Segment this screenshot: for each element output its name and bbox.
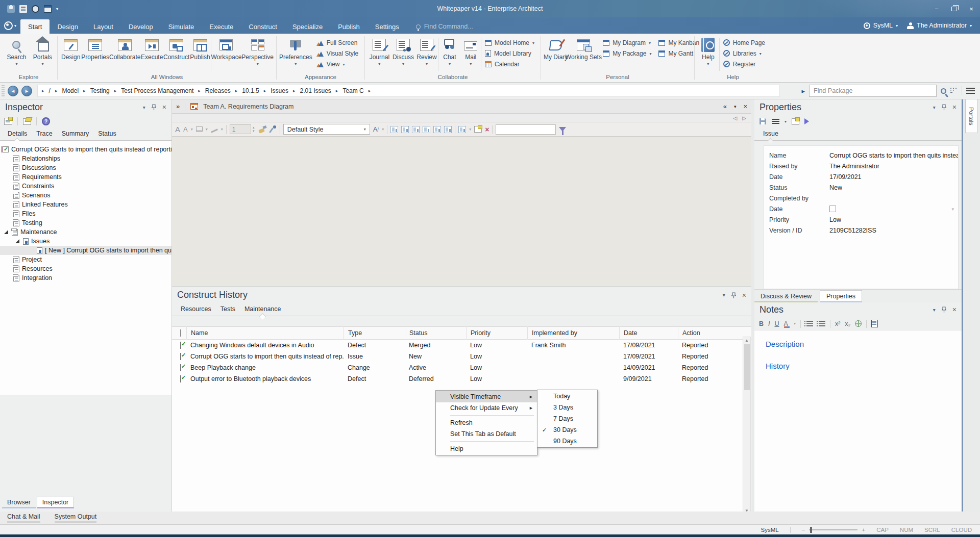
tab-chat-and-mail[interactable]: Chat & Mail [7,512,40,523]
subscript-button[interactable]: x₂ [845,320,850,327]
column-type[interactable]: Type [344,326,405,340]
ribbon-tab-layout[interactable]: Layout [86,19,121,34]
my-package-button[interactable]: My Package▾ [599,48,655,59]
breadcrumb-item-releases[interactable]: Releases [205,87,231,94]
tab-details[interactable]: Details [3,128,32,140]
text-color-caret-icon[interactable]: ▾ [794,321,796,326]
breadcrumb-item-issues[interactable]: Issues [271,87,288,94]
menu-item-visible-timeframe[interactable]: Visible Timeframe ► [436,391,537,402]
inspector-dropdown-icon[interactable]: ▾ [143,105,145,110]
bring-forward-icon[interactable] [433,126,441,133]
submenu-item-7-days[interactable]: 7 Days [537,413,597,424]
help-circle-icon[interactable]: ? [42,117,50,125]
submenu-item-3-days[interactable]: 3 Days [537,402,597,413]
tab-system-output[interactable]: System Output [55,512,97,523]
find-package-input[interactable] [809,85,937,97]
send-backward-icon[interactable] [444,126,452,133]
line-width-spinner[interactable]: 1 [230,124,251,134]
close-button[interactable]: × [963,2,980,15]
format-painter-icon[interactable] [258,126,266,133]
tree-item-root[interactable]: Corrupt OGG starts to import then quits … [0,145,172,154]
collaborate-window-button[interactable]: Collaborate [109,35,140,73]
line-color-caret-icon[interactable]: ▾ [221,127,223,132]
ribbon-tab-specialize[interactable]: Specialize [285,19,330,34]
date-checkbox[interactable] [829,206,836,212]
qat-caret-icon[interactable]: ▾ [56,7,58,11]
column-name[interactable]: Name [186,326,344,340]
preferences-button[interactable]: Preferences ▾ [279,35,312,73]
zoom-handle[interactable] [810,527,812,533]
portals-vertical-tab[interactable]: Portals [965,99,977,133]
column-implemented-by[interactable]: Implemented by [527,326,619,340]
properties-menu-caret-icon[interactable]: ▾ [785,119,787,124]
align-right-icon[interactable] [401,126,409,133]
tree-item-files[interactable]: Files [0,209,172,218]
diagram-canvas[interactable] [172,137,751,287]
hierarchy-caret-icon[interactable]: ▾ [469,127,471,132]
hamburger-menu-icon[interactable] [966,88,975,94]
property-row-raised-by[interactable]: Raised byThe Administrator [764,161,958,171]
fill-color-caret-icon[interactable]: ▾ [206,127,208,132]
submenu-item-today[interactable]: Today [537,391,597,402]
property-row-date[interactable]: Date17/09/2021 [764,171,958,182]
expand-triangle-icon[interactable] [4,230,8,234]
diagram-filter-input[interactable] [496,124,556,135]
construct-history-pin-icon[interactable] [731,292,736,298]
notes-pin-icon[interactable] [942,306,946,313]
expand-triangle-icon[interactable] [15,239,19,243]
status-perspective[interactable]: SysML [761,527,779,533]
properties-dropdown-icon[interactable]: ▾ [933,105,936,110]
tab-status[interactable]: Status [93,128,120,140]
note-document-icon[interactable] [871,320,878,327]
date-caret-icon[interactable]: ▾ [951,207,954,212]
hyperlink-globe-icon[interactable] [855,320,862,327]
chat-button[interactable]: Chat ▾ [438,35,460,73]
menu-item-check-for-update[interactable]: Check for Update Every ► [436,402,537,414]
nav-back-button[interactable]: ◂ [8,86,18,96]
tree-item-integration[interactable]: Integration [0,273,172,283]
column-date[interactable]: Date [619,326,678,340]
table-row[interactable]: Changing Windows default devices in Audi… [172,340,751,351]
property-row-completed-by[interactable]: Completed by [764,193,958,203]
ribbon-tab-construct[interactable]: Construct [241,19,285,34]
tree-item-new-issue[interactable]: [ New ] Corrupt OGG starts to import the… [0,246,172,255]
package-grid-icon[interactable] [950,88,958,94]
align-top-icon[interactable] [412,126,420,133]
full-screen-button[interactable]: Full Screen [312,37,362,48]
scrollbar-thumb[interactable] [744,344,750,390]
notes-dropdown-icon[interactable]: ▾ [933,307,936,313]
apply-style-button[interactable]: A/ [373,125,379,133]
align-left-icon[interactable] [390,126,398,133]
tree-item-scenarios[interactable]: Scenarios [0,191,172,200]
home-page-button[interactable]: Home Page [720,37,769,48]
app-menu-button[interactable]: ▾ [0,17,20,34]
column-action[interactable]: Action [678,326,734,340]
tag-icon[interactable] [23,118,31,125]
view-button[interactable]: View▾ [312,59,362,69]
mail-button[interactable]: Mail ▾ [461,35,481,73]
diagram-tab-title[interactable]: Team A. Requirements Diagram [203,103,293,110]
fill-color-button[interactable] [196,125,203,133]
properties-pin-icon[interactable] [942,104,946,110]
hierarchy-icon[interactable] [458,126,466,133]
tab-issue[interactable]: Issue [758,128,783,140]
go-button[interactable]: ▸ [801,87,805,95]
notes-content[interactable]: Description History [754,330,962,512]
review-button[interactable]: Review ▾ [415,35,438,73]
construct-history-close-icon[interactable]: × [742,292,746,299]
table-row[interactable]: Output error to Bluetooth playback devic… [172,373,751,385]
breadcrumb-item-team-c[interactable]: Team C [342,87,363,94]
tab-list-caret-icon[interactable]: ▾ [734,104,737,109]
filter-funnel-icon[interactable] [559,127,566,132]
construct-window-button[interactable]: Construct [163,35,189,73]
workspace-button[interactable]: Workspace [211,35,242,73]
discuss-button[interactable]: Discuss ▾ [391,35,415,73]
column-status[interactable]: Status [405,326,466,340]
tree-item-testing[interactable]: Testing [0,218,172,227]
publish-window-button[interactable]: Publish [189,35,210,73]
edit-note-icon[interactable] [4,118,12,125]
history-heading[interactable]: History [754,348,962,370]
tree-item-relationships[interactable]: Relationships [0,154,172,163]
visual-style-button[interactable]: Visual Style [312,48,362,59]
font-color-button[interactable]: A [183,125,188,133]
